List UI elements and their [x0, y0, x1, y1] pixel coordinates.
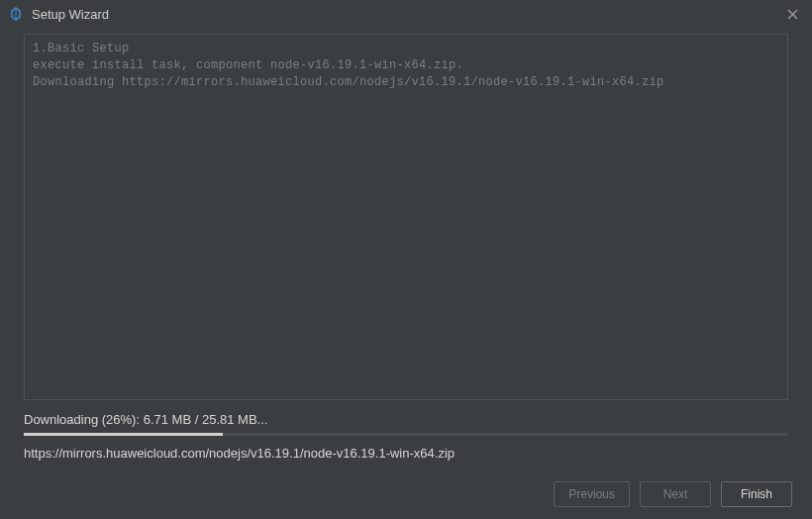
window-title: Setup Wizard [32, 7, 109, 22]
download-status-text: Downloading (26%): 6.71 MB / 25.81 MB... [24, 412, 788, 427]
next-button[interactable]: Next [640, 481, 711, 507]
log-line: 1.Basic Setup [33, 41, 779, 57]
app-icon [8, 6, 24, 22]
titlebar: Setup Wizard [0, 0, 812, 28]
progress-fill [24, 433, 223, 436]
status-area: Downloading (26%): 6.71 MB / 25.81 MB...… [24, 412, 788, 461]
log-panel: 1.Basic Setup execute install task, comp… [24, 34, 788, 400]
previous-button[interactable]: Previous [554, 481, 630, 507]
progress-bar [24, 433, 788, 436]
download-url: https://mirrors.huaweicloud.com/nodejs/v… [24, 446, 788, 461]
close-icon[interactable] [780, 2, 804, 26]
button-bar: Previous Next Finish [554, 481, 792, 507]
finish-button[interactable]: Finish [721, 481, 792, 507]
log-line: execute install task, component node-v16… [33, 57, 779, 74]
log-line: Downloading https://mirrors.huaweicloud.… [33, 74, 779, 91]
